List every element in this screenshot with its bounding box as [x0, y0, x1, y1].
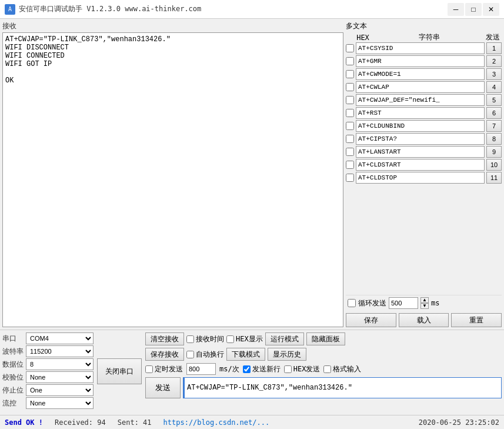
databits-select[interactable]: 8 — [26, 358, 94, 370]
loop-send-label: 循环发送 — [358, 298, 386, 308]
receive-textarea[interactable]: AT+CWJAP="TP-LINK_C873","wenhan313426." … — [2, 32, 343, 327]
recv-time-checkbox[interactable] — [186, 335, 194, 343]
mt-send-btn-11[interactable]: 11 — [486, 172, 502, 184]
spin-down-btn[interactable]: ▼ — [420, 303, 429, 309]
hide-panel-button[interactable]: 隐藏面板 — [306, 332, 345, 345]
mt-checkbox-11[interactable] — [346, 174, 354, 182]
maximize-button[interactable]: □ — [465, 3, 482, 16]
send-newline-checkbox[interactable] — [243, 365, 251, 373]
save-multitext-button[interactable]: 保存 — [346, 313, 396, 327]
spin-up-btn[interactable]: ▲ — [420, 297, 429, 303]
multitext-rows: 1 2 3 4 5 6 7 8 — [346, 42, 502, 292]
mt-checkbox-5[interactable] — [346, 96, 354, 104]
top-buttons: 清空接收 接收时间 HEX显示 运行模式 隐藏面板 保存接收 自动换行 下 — [145, 332, 502, 410]
mt-checkbox-8[interactable] — [346, 135, 354, 143]
save-receive-button[interactable]: 保存接收 — [145, 348, 184, 361]
databits-row: 数据位 8 — [2, 358, 94, 370]
mt-input-9[interactable] — [356, 146, 485, 158]
hex-display-label: HEX显示 — [226, 334, 263, 344]
timed-send-checkbox[interactable] — [145, 365, 153, 373]
mt-input-1[interactable] — [356, 42, 485, 54]
send-text-input[interactable] — [183, 377, 502, 398]
mt-send-btn-5[interactable]: 5 — [486, 94, 502, 106]
mt-send-btn-1[interactable]: 1 — [486, 42, 502, 54]
mt-input-8[interactable] — [356, 133, 485, 145]
download-mode-button[interactable]: 下载模式 — [226, 348, 265, 361]
mt-row-6: 6 — [346, 107, 502, 119]
port-select[interactable]: COM4 — [26, 332, 94, 344]
auto-newline-checkbox[interactable] — [186, 351, 194, 358]
stopbits-label: 停止位 — [2, 385, 26, 395]
run-mode-button[interactable]: 运行模式 — [265, 332, 304, 345]
mt-checkbox-3[interactable] — [346, 70, 354, 78]
title-bar: A 安信可串口调试助手 V1.2.3.0 www.ai-thinker.com … — [0, 0, 504, 19]
mt-send-btn-6[interactable]: 6 — [486, 107, 502, 119]
load-multitext-button[interactable]: 载入 — [399, 313, 449, 327]
send-main-button[interactable]: 发送 — [145, 377, 181, 398]
loop-spinner: ▲ ▼ — [420, 297, 429, 309]
hex-send-checkbox[interactable] — [284, 365, 292, 373]
bottom-row1: 串口 COM4 波特率 115200 数据位 8 校验位 No — [2, 332, 502, 410]
mt-row-7: 7 — [346, 120, 502, 132]
received-status: Received: 94 — [55, 418, 106, 427]
mt-send-btn-4[interactable]: 4 — [486, 81, 502, 93]
mt-send-btn-10[interactable]: 10 — [486, 159, 502, 171]
flow-select[interactable]: None — [26, 397, 94, 409]
hex-send-label: HEX发送 — [284, 364, 321, 374]
baudrate-label: 波特率 — [2, 347, 26, 357]
stopbits-select[interactable]: One — [26, 384, 94, 396]
send-options-row: 定时发送 ms/次 发送新行 HEX发送 格式输入 — [145, 363, 502, 375]
action-buttons: 保存 载入 重置 — [346, 313, 502, 327]
datetime-status: 2020-06-25 23:25:02 — [419, 418, 499, 427]
ms-label: ms — [431, 299, 439, 307]
mt-input-4[interactable] — [356, 81, 485, 93]
sent-status: Sent: 41 — [118, 418, 152, 427]
timed-interval-input[interactable] — [186, 363, 216, 375]
mt-row-10: 10 — [346, 159, 502, 171]
timed-send-label: 定时发送 — [145, 364, 183, 374]
databits-label: 数据位 — [2, 360, 26, 370]
app-icon: A — [5, 4, 15, 15]
reset-multitext-button[interactable]: 重置 — [451, 313, 502, 327]
format-input-checkbox[interactable] — [323, 365, 331, 373]
mt-checkbox-6[interactable] — [346, 109, 354, 117]
mt-checkbox-1[interactable] — [346, 44, 354, 52]
mt-input-5[interactable] — [356, 94, 485, 106]
baudrate-select[interactable]: 115200 — [26, 345, 94, 357]
hex-col-label: HEX — [356, 34, 369, 42]
mt-send-btn-2[interactable]: 2 — [486, 55, 502, 67]
mt-input-6[interactable] — [356, 107, 485, 119]
btns-row2: 保存接收 自动换行 下载模式 显示历史 — [145, 348, 502, 361]
mt-send-btn-7[interactable]: 7 — [486, 120, 502, 132]
blog-link: https://blog.csdn.net/... — [163, 418, 270, 427]
flow-row: 流控 None — [2, 397, 94, 409]
send-col-label: 发送 — [484, 32, 502, 42]
mt-row-5: 5 — [346, 94, 502, 106]
mt-input-11[interactable] — [356, 172, 485, 184]
receive-label: 接收 — [2, 21, 343, 31]
parity-select[interactable]: None — [26, 371, 94, 383]
ms-per-label: ms/次 — [219, 364, 239, 374]
mt-row-2: 2 — [346, 55, 502, 67]
mt-send-btn-8[interactable]: 8 — [486, 133, 502, 145]
hex-display-checkbox[interactable] — [226, 335, 234, 343]
loop-interval-input[interactable] — [389, 297, 418, 309]
open-close-serial-button[interactable]: 关闭串口 — [97, 358, 142, 384]
clear-receive-button[interactable]: 清空接收 — [145, 332, 184, 345]
mt-checkbox-10[interactable] — [346, 161, 354, 169]
mt-input-10[interactable] — [356, 159, 485, 171]
mt-input-2[interactable] — [356, 55, 485, 67]
mt-checkbox-4[interactable] — [346, 83, 354, 91]
mt-send-btn-9[interactable]: 9 — [486, 146, 502, 158]
close-button[interactable]: ✕ — [483, 3, 499, 16]
mt-checkbox-9[interactable] — [346, 148, 354, 156]
mt-checkbox-7[interactable] — [346, 122, 354, 130]
mt-send-btn-3[interactable]: 3 — [486, 68, 502, 80]
serial-config: 串口 COM4 波特率 115200 数据位 8 校验位 No — [2, 332, 94, 410]
mt-input-7[interactable] — [356, 120, 485, 132]
minimize-button[interactable]: ─ — [448, 3, 464, 16]
show-history-button[interactable]: 显示历史 — [268, 348, 306, 361]
mt-checkbox-2[interactable] — [346, 57, 354, 65]
mt-input-3[interactable] — [356, 68, 485, 80]
loop-send-checkbox[interactable] — [348, 299, 356, 307]
